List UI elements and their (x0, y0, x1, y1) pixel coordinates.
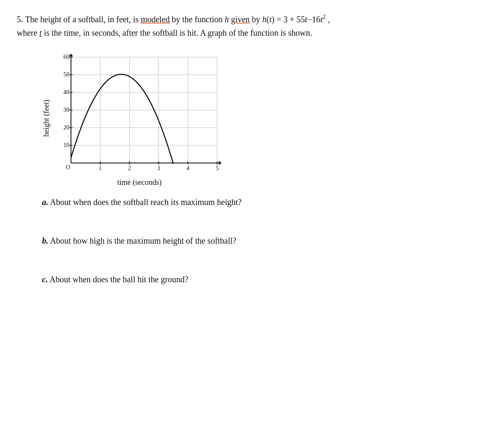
modeled-word: modeled (141, 15, 170, 24)
problem-line1: 5. The height of a softball, in feet, is… (17, 15, 330, 24)
graph-canvas (53, 50, 226, 176)
t-var: t (39, 28, 42, 37)
question-c-text: About when does the ball hit the ground? (50, 275, 189, 284)
question-b-label: b. (42, 236, 48, 245)
questions-container: a. About when does the softball reach it… (42, 195, 487, 286)
question-c: c. About when does the ball hit the grou… (42, 273, 487, 286)
question-b-text: About how high is the maximum height of … (50, 236, 236, 245)
h-var: h (225, 15, 229, 24)
problem-container: 5. The height of a softball, in feet, is… (17, 13, 487, 286)
problem-text: 5. The height of a softball, in feet, is… (17, 13, 479, 39)
question-a: a. About when does the softball reach it… (42, 195, 487, 209)
chart-area: height (feet) time (seconds) (42, 50, 235, 187)
y-axis-label: height (feet) (42, 100, 51, 137)
question-a-text: About when does the softball reach its m… (50, 197, 242, 207)
x-axis-label: time (seconds) (117, 178, 161, 187)
given-word: given (231, 15, 249, 24)
graph-wrapper: time (seconds) (53, 50, 226, 187)
question-b: b. About how high is the maximum height … (42, 234, 487, 247)
question-c-label: c. (42, 275, 48, 284)
chart-container: height (feet) time (seconds) (42, 50, 235, 187)
problem-number: 5. (17, 15, 25, 24)
problem-line2: where t is the time, in seconds, after t… (17, 28, 312, 37)
question-a-label: a. (42, 197, 48, 207)
equation: h(t) = 3 + 55t−16t2 (262, 15, 326, 24)
